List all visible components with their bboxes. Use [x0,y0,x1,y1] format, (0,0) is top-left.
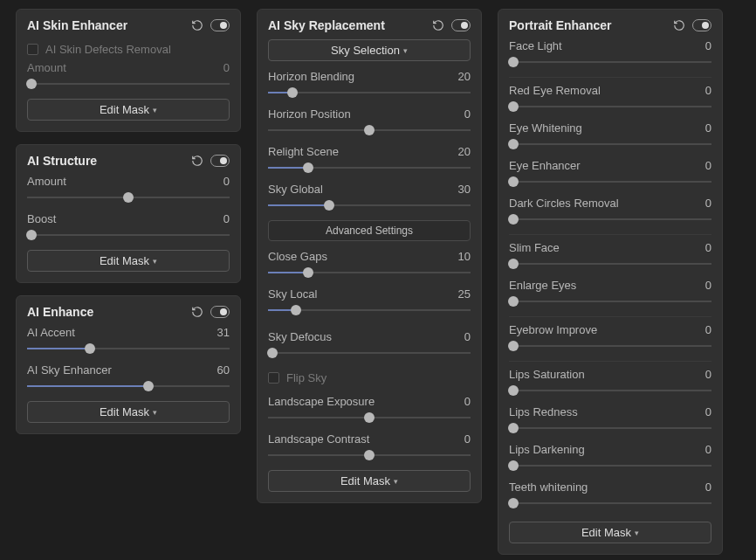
panel-title: AI Sky Replacement [268,18,385,32]
slider-value: 0 [464,107,471,121]
slider-value: 0 [464,432,471,446]
slider-value: 0 [223,61,230,74]
undo-icon[interactable] [673,19,685,31]
slider-label: Enlarge Eyes [509,279,576,292]
slider-label: Lips Darkening [509,443,585,456]
slider-lips-saturation[interactable]: Lips Saturation0 [509,368,711,397]
svg-point-1 [220,22,227,29]
slider-label: Lips Saturation [509,368,585,381]
chevron-down-icon: ▾ [394,477,398,486]
toggle-icon[interactable] [210,19,230,31]
svg-point-3 [220,157,227,164]
slider-value: 0 [705,159,711,172]
slider-value: 0 [705,241,711,254]
chevron-down-icon: ▾ [153,257,157,266]
slider-value: 31 [217,326,230,339]
slider-value: 0 [464,395,471,408]
divider [509,361,711,363]
chevron-down-icon: ▾ [153,106,157,114]
panel-ai-structure: AI Structure Amount0 Boost0 Edit Mask▾ [16,144,241,283]
slider-sky-local[interactable]: Sky Local25 [268,287,471,316]
toggle-icon[interactable] [210,155,230,167]
toggle-icon[interactable] [210,306,230,318]
edit-mask-button[interactable]: Edit Mask▾ [27,401,230,423]
ai-skin-defects-checkbox[interactable]: AI Skin Defects Removal [27,39,230,61]
edit-mask-button[interactable]: Edit Mask▾ [27,99,230,121]
slider-landscape-contrast[interactable]: Landscape Contrast0 [268,432,471,461]
slider-value: 0 [705,480,711,494]
slider-relight-scene[interactable]: Relight Scene20 [268,145,471,174]
slider-label: Slim Face [509,241,560,254]
panel-ai-skin-enhancer: AI Skin Enhancer AI Skin Defects Removal… [16,9,241,132]
undo-icon[interactable] [191,155,203,167]
checkbox-label: Flip Sky [286,371,326,384]
slider-landscape-exposure[interactable]: Landscape Exposure0 [268,395,471,424]
toggle-icon[interactable] [692,19,711,31]
slider-red-eye-removal[interactable]: Red Eye Removal0 [509,84,711,113]
slider-eye-whitening[interactable]: Eye Whitening0 [509,121,711,150]
divider [509,234,711,236]
undo-icon[interactable] [191,306,203,318]
slider-value: 60 [217,363,230,377]
slider-sky-global[interactable]: Sky Global30 [268,183,471,211]
slider-value: 0 [223,212,230,225]
slider-sky-defocus[interactable]: Sky Defocus0 [268,330,471,359]
toggle-icon[interactable] [451,19,471,31]
panel-title: AI Enhance [27,305,93,319]
slider-label: Red Eye Removal [509,84,601,97]
slider-label: Face Light [509,39,562,52]
slider-ai-accent[interactable]: AI Accent31 [27,326,230,355]
slider-dark-circles-removal[interactable]: Dark Circles Removal0 [509,197,711,225]
slider-value: 0 [705,405,711,418]
slider-amount[interactable]: Amount0 [27,175,230,204]
slider-value: 0 [705,443,711,456]
undo-icon[interactable] [432,19,444,31]
panel-title: AI Structure [27,154,97,168]
slider-label: Horizon Blending [268,70,354,83]
slider-value: 0 [223,175,230,188]
slider-value: 20 [458,145,471,158]
slider-label: AI Sky Enhancer [27,363,112,377]
slider-slim-face[interactable]: Slim Face0 [509,241,711,270]
slider-label: Close Gaps [268,250,327,263]
chevron-down-icon: ▾ [635,529,639,537]
slider-eye-enhancer[interactable]: Eye Enhancer0 [509,159,711,188]
slider-label: Sky Local [268,287,317,301]
slider-eyebrow-improve[interactable]: Eyebrow Improve0 [509,323,711,352]
slider-ai-sky-enhancer[interactable]: AI Sky Enhancer60 [27,363,230,392]
slider-face-light[interactable]: Face Light0 [509,39,711,68]
panel-title: Portrait Enhancer [509,18,611,32]
slider-label: Boost [27,212,56,225]
slider-label: Amount [27,61,66,74]
slider-teeth-whitening[interactable]: Teeth whitening0 [509,480,711,509]
flip-sky-checkbox[interactable]: Flip Sky [268,368,471,390]
panel-portrait-enhancer: Portrait Enhancer Face Light0 Red Eye Re… [498,9,723,555]
slider-amount[interactable]: Amount 0 [27,61,230,90]
slider-label: Eyebrow Improve [509,323,597,336]
edit-mask-button[interactable]: Edit Mask▾ [509,522,711,543]
svg-point-5 [220,308,227,315]
edit-mask-button[interactable]: Edit Mask▾ [268,470,471,492]
edit-mask-button[interactable]: Edit Mask▾ [27,250,230,272]
divider [509,316,711,318]
slider-lips-darkening[interactable]: Lips Darkening0 [509,443,711,472]
sky-selection-button[interactable]: Sky Selection▾ [268,39,471,61]
advanced-settings-button[interactable]: Advanced Settings [268,220,471,241]
slider-label: Horizon Position [268,107,351,121]
svg-point-9 [702,22,709,29]
slider-horizon-position[interactable]: Horizon Position0 [268,107,471,136]
slider-value: 25 [458,287,471,301]
slider-value: 20 [458,70,471,83]
slider-value: 0 [705,279,711,292]
slider-label: Sky Global [268,183,323,196]
slider-close-gaps[interactable]: Close Gaps10 [268,250,471,279]
checkbox-label: AI Skin Defects Removal [45,43,171,56]
slider-lips-redness[interactable]: Lips Redness0 [509,405,711,434]
slider-boost[interactable]: Boost0 [27,212,230,241]
slider-value: 0 [705,84,711,97]
slider-value: 0 [705,368,711,381]
slider-enlarge-eyes[interactable]: Enlarge Eyes0 [509,279,711,308]
undo-icon[interactable] [191,19,203,31]
slider-horizon-blending[interactable]: Horizon Blending20 [268,70,471,99]
slider-label: Teeth whitening [509,480,588,494]
